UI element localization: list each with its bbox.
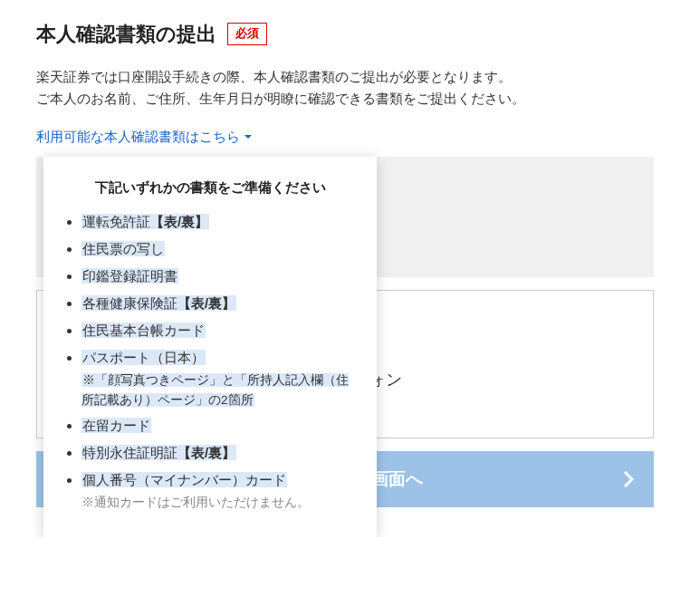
docs-list: 運転免許証【表/裏】住民票の写し印鑑登録証明書各種健康保険証【表/裏】住民基本台… [65, 211, 355, 513]
docs-popover: 下記いずれかの書類をご準備ください 運転免許証【表/裏】住民票の写し印鑑登録証明… [43, 157, 377, 537]
docs-list-item: パスポート（日本）※「顔写真つきページ」と「所持人記入欄（住所記載あり）ページ」… [81, 347, 355, 409]
docs-list-item-text: 運転免許証【表/裏】 [81, 214, 209, 229]
available-docs-link[interactable]: 利用可能な本人確認書類はこちら [36, 126, 253, 148]
docs-list-item-text: 特別永住証明証【表/裏】 [81, 445, 236, 460]
docs-list-item-text: 各種健康保険証【表/裏】 [81, 295, 236, 311]
docs-list-item-subnote: ※「顔写真つきページ」と「所持人記入欄（住所記載あり）ページ」の2箇所 [81, 371, 355, 409]
docs-list-item: 各種健康保険証【表/裏】 [81, 293, 355, 314]
docs-list-item: 印鑑登録証明書 [81, 265, 355, 287]
docs-list-item: 在留カード [81, 415, 355, 437]
description-line1: 楽天証券では口座開設手続きの際、本人確認書類のご提出が必要となります。 [36, 69, 512, 84]
docs-list-item: 住民票の写し [81, 238, 355, 260]
available-docs-link-text: 利用可能な本人確認書類はこちら [36, 126, 240, 148]
docs-list-item-subnote: ※通知カードはご利用いただけません。 [81, 493, 355, 513]
chevron-down-icon [244, 132, 253, 141]
page-title: 本人確認書類の提出 [36, 18, 216, 50]
docs-list-item-text: 在留カード [81, 418, 151, 433]
chevron-right-icon [623, 471, 634, 487]
docs-list-item-text: 印鑑登録証明書 [81, 268, 178, 284]
docs-list-item-text: パスポート（日本） [81, 350, 206, 365]
docs-list-item: 住民基本台帳カード [81, 320, 355, 342]
docs-list-item: 運転免許証【表/裏】 [81, 211, 355, 233]
docs-popover-title: 下記いずれかの書類をご準備ください [65, 177, 355, 198]
docs-list-item: 特別永住証明証【表/裏】 [81, 442, 355, 464]
docs-list-item-text: 住民票の写し [81, 241, 165, 256]
description-line2: ご本人のお名前、ご住所、生年月日が明瞭に確認できる書類をご提出ください。 [36, 91, 525, 106]
required-badge: 必須 [227, 23, 267, 45]
docs-list-item-text: 住民基本台帳カード [81, 322, 206, 338]
description: 楽天証券では口座開設手続きの際、本人確認書類のご提出が必要となります。 ご本人の… [36, 66, 654, 110]
docs-list-item: 個人番号（マイナンバー）カード※通知カードはご利用いただけません。 [81, 469, 355, 513]
docs-list-item-text: 個人番号（マイナンバー）カード [81, 472, 287, 487]
